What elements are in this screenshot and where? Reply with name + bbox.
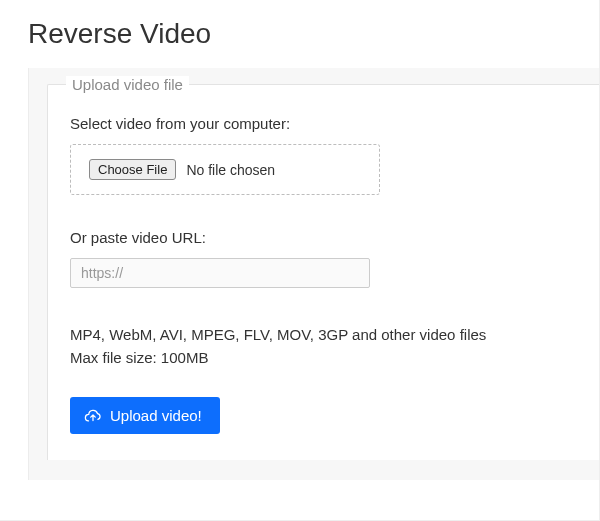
- file-status-text: No file chosen: [186, 162, 275, 178]
- url-label: Or paste video URL:: [70, 229, 577, 246]
- main-container: Reverse Video Upload video file Select v…: [0, 0, 600, 521]
- file-drop-zone[interactable]: Choose File No file chosen: [70, 144, 380, 195]
- formats-line: MP4, WebM, AVI, MPEG, FLV, MOV, 3GP and …: [70, 324, 577, 347]
- upload-button-label: Upload video!: [110, 407, 202, 424]
- fieldset-legend: Upload video file: [66, 76, 189, 93]
- choose-file-button[interactable]: Choose File: [89, 159, 176, 180]
- select-video-label: Select video from your computer:: [70, 115, 577, 132]
- formats-info: MP4, WebM, AVI, MPEG, FLV, MOV, 3GP and …: [70, 324, 577, 369]
- upload-fieldset: Upload video file Select video from your…: [47, 84, 599, 460]
- upload-panel: Upload video file Select video from your…: [28, 68, 599, 480]
- cloud-upload-icon: [84, 409, 102, 423]
- upload-video-button[interactable]: Upload video!: [70, 397, 220, 434]
- video-url-input[interactable]: [70, 258, 370, 288]
- page-title: Reverse Video: [28, 18, 599, 50]
- max-size-line: Max file size: 100MB: [70, 347, 577, 370]
